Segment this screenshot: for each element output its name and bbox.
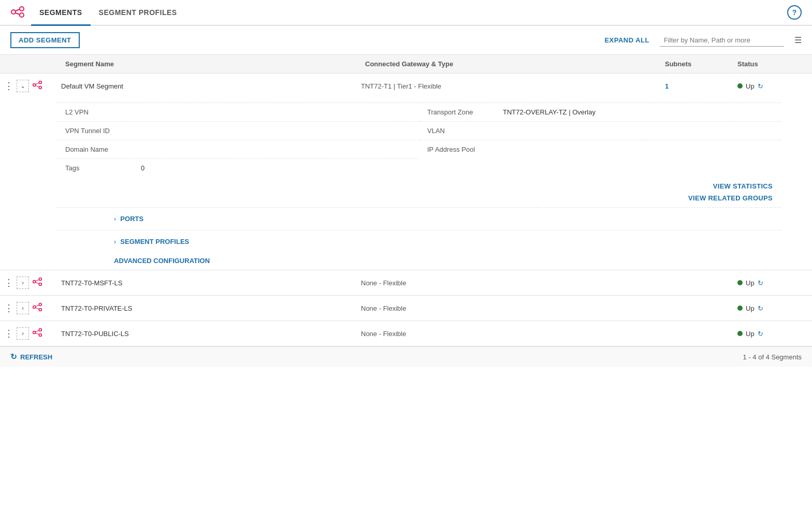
col-status: Status <box>729 60 812 68</box>
detail-left-col: L2 VPN VPN Tunnel ID Domain Name Tags 0 <box>57 103 419 177</box>
detail-l2vpn: L2 VPN <box>57 103 419 122</box>
row-expand-button[interactable]: › <box>17 327 29 340</box>
subnets-1: 1 <box>657 82 729 90</box>
refresh-row-icon-4[interactable]: ↻ <box>758 330 763 338</box>
detail-domainname: Domain Name <box>57 140 419 159</box>
col-subnets: Subnets <box>657 60 729 68</box>
status-dot-3 <box>737 306 743 311</box>
svg-line-19 <box>36 308 39 309</box>
detail-value-tags: 0 <box>141 164 144 172</box>
view-related-groups-button[interactable]: VIEW RELATED GROUPS <box>688 194 773 202</box>
view-statistics-button[interactable]: VIEW STATISTICS <box>713 182 773 190</box>
svg-point-17 <box>39 309 41 311</box>
segments-table: Segment Name Connected Gateway & Type Su… <box>0 55 812 346</box>
detail-ip-address-pool: IP Address Pool <box>419 140 781 158</box>
status-4: Up ↻ <box>729 330 812 338</box>
segment-name-2: TNT72-T0-MSFT-LS <box>57 279 357 287</box>
status-text-4: Up <box>746 330 755 338</box>
detail-transport-zone: Transport Zone TNT72-OVERLAY-TZ | Overla… <box>419 103 781 122</box>
filter-icon[interactable]: ☰ <box>794 35 802 45</box>
row-menu-button[interactable]: ⋮ <box>4 81 13 91</box>
row-expanded-1: L2 VPN VPN Tunnel ID Domain Name Tags 0 <box>0 98 812 270</box>
advanced-configuration-link[interactable]: ADVANCED CONFIGURATION <box>57 253 781 270</box>
detail-right-col: Transport Zone TNT72-OVERLAY-TZ | Overla… <box>419 103 781 177</box>
ports-chevron[interactable]: › <box>114 215 116 223</box>
svg-point-2 <box>20 13 24 17</box>
segment-icon <box>32 277 42 289</box>
segment-icon <box>32 80 42 92</box>
tab-segment-profiles[interactable]: SEGMENT PROFILES <box>91 0 185 25</box>
table-row: ⋮ › TNT72-T0-PUBLIC-LS None - Flexible <box>0 321 812 346</box>
tab-segments[interactable]: SEGMENTS <box>31 0 91 26</box>
status-1: Up ↻ <box>729 82 812 90</box>
detail-grid-1: L2 VPN VPN Tunnel ID Domain Name Tags 0 <box>57 103 781 207</box>
row-menu-button[interactable]: ⋮ <box>4 329 13 338</box>
svg-point-5 <box>33 84 36 86</box>
detail-label-vlan: VLAN <box>427 127 495 135</box>
svg-point-11 <box>39 278 41 281</box>
logo-icon <box>10 6 25 20</box>
filter-input[interactable] <box>660 34 784 47</box>
svg-point-1 <box>20 7 24 11</box>
svg-line-18 <box>36 305 39 307</box>
segment-profiles-label[interactable]: SEGMENT PROFILES <box>120 238 189 245</box>
row-expand-button[interactable]: › <box>17 277 29 289</box>
status-text-3: Up <box>746 304 755 312</box>
row-menu-button[interactable]: ⋮ <box>4 303 13 313</box>
svg-line-14 <box>36 282 39 284</box>
row-expand-button[interactable]: ⌄ <box>17 80 29 92</box>
svg-point-21 <box>39 329 41 331</box>
footer: ↻ REFRESH 1 - 4 of 4 Segments <box>0 346 812 367</box>
table-header: Segment Name Connected Gateway & Type Su… <box>0 55 812 74</box>
row-expand-button[interactable]: › <box>17 302 29 314</box>
col-gateway-type: Connected Gateway & Type <box>357 60 657 68</box>
svg-point-20 <box>33 331 36 334</box>
status-dot-2 <box>737 280 743 285</box>
segment-profiles-chevron[interactable]: › <box>114 238 116 245</box>
footer-count: 1 - 4 of 4 Segments <box>743 353 802 361</box>
refresh-row-icon-2[interactable]: ↻ <box>758 279 763 287</box>
gateway-type-3: None - Flexible <box>357 304 657 312</box>
refresh-button[interactable]: ↻ REFRESH <box>10 352 52 361</box>
ports-label[interactable]: PORTS <box>120 215 143 223</box>
svg-point-12 <box>39 283 41 286</box>
segment-name-1: Default VM Segment <box>57 82 357 90</box>
detail-vlan: VLAN <box>419 122 781 140</box>
refresh-icon: ↻ <box>10 352 17 361</box>
row-menu-button[interactable]: ⋮ <box>4 278 13 287</box>
status-dot-1 <box>737 83 743 89</box>
refresh-row-icon-1[interactable]: ↻ <box>758 82 763 90</box>
detail-label-l2vpn: L2 VPN <box>65 108 133 116</box>
expand-all-button[interactable]: EXPAND ALL <box>604 36 649 44</box>
detail-label-transport-zone: Transport Zone <box>427 108 495 116</box>
toolbar: ADD SEGMENT EXPAND ALL ☰ <box>0 26 812 55</box>
row-main-1: ⋮ ⌄ Default VM Segment TNT72-T1 | Tier1 … <box>0 74 812 98</box>
status-3: Up ↻ <box>729 304 812 312</box>
gateway-type-1: TNT72-T1 | Tier1 - Flexible <box>357 82 657 90</box>
detail-vpntunnel: VPN Tunnel ID <box>57 122 419 140</box>
svg-point-16 <box>39 303 41 306</box>
segment-name-4: TNT72-T0-PUBLIC-LS <box>57 330 357 338</box>
svg-line-24 <box>36 333 39 335</box>
svg-point-7 <box>39 86 41 89</box>
status-dot-4 <box>737 331 743 336</box>
help-button[interactable]: ? <box>787 5 802 20</box>
row-actions-4: ⋮ › <box>0 327 57 340</box>
detail-label-tags: Tags <box>65 164 133 172</box>
refresh-row-icon-3[interactable]: ↻ <box>758 304 763 312</box>
svg-point-15 <box>33 306 36 309</box>
subnets-link-1[interactable]: 1 <box>665 82 669 90</box>
row-main-4: ⋮ › TNT72-T0-PUBLIC-LS None - Flexible <box>0 321 812 346</box>
svg-line-13 <box>36 280 39 281</box>
status-text-2: Up <box>746 279 755 287</box>
gateway-type-2: None - Flexible <box>357 279 657 287</box>
refresh-label[interactable]: REFRESH <box>20 353 52 361</box>
detail-tags: Tags 0 <box>57 159 419 177</box>
detail-label-domainname: Domain Name <box>65 146 133 153</box>
detail-label-vpntunnel: VPN Tunnel ID <box>65 127 133 135</box>
table-row: ⋮ › TNT72-T0-PRIVATE-LS None - Flexible <box>0 296 812 321</box>
row-main-2: ⋮ › TNT72-T0-MSFT-LS None - Flexible <box>0 270 812 295</box>
table-row: ⋮ ⌄ Default VM Segment TNT72-T1 | Tier1 … <box>0 74 812 270</box>
add-segment-button[interactable]: ADD SEGMENT <box>10 32 80 48</box>
detail-label-ip-address-pool: IP Address Pool <box>427 146 495 153</box>
